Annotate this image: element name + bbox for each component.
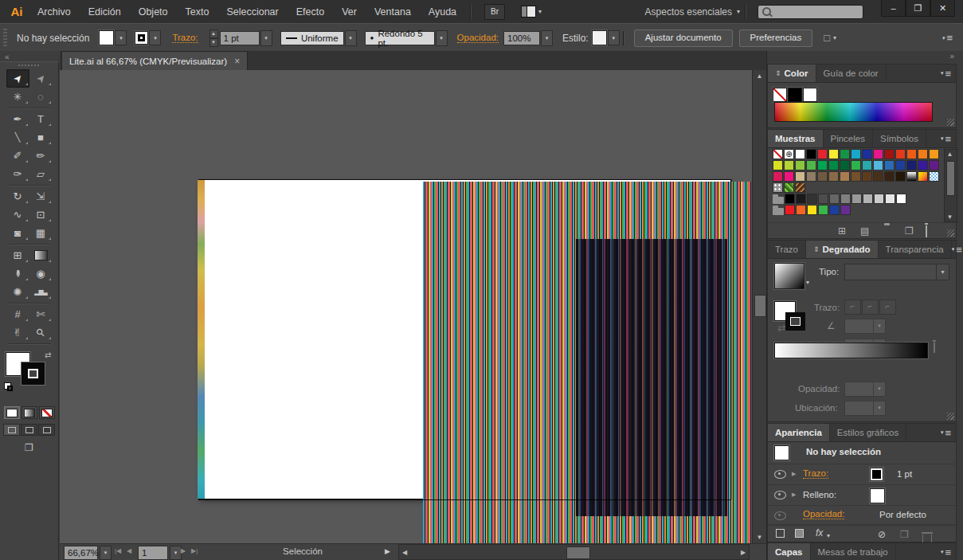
stroke-gradient-across-icon[interactable]: ⌐ (879, 300, 896, 315)
swatch[interactable] (840, 160, 850, 170)
swatch[interactable] (929, 160, 939, 170)
gradient-thumbnail[interactable] (774, 263, 804, 289)
swatch[interactable] (785, 205, 795, 215)
swatch[interactable] (829, 194, 840, 204)
symbol-sprayer-tool[interactable]: ✺ (6, 283, 29, 301)
toolbar-collapse-icon[interactable]: « (5, 53, 10, 61)
swatch[interactable] (874, 194, 884, 204)
swatch[interactable] (851, 149, 861, 159)
opacity-field[interactable]: 100% (503, 31, 540, 45)
status-menu-icon[interactable]: ▶ (385, 547, 390, 555)
appearance-stroke-link[interactable]: Trazo: (803, 468, 828, 479)
expand-triangle-icon[interactable]: ▶ (792, 471, 796, 477)
menu-ventana[interactable]: Ventana (366, 6, 420, 18)
stroke-swatch[interactable] (870, 468, 883, 481)
style-dropdown[interactable]: ▾ (608, 30, 620, 45)
document-tab-close-icon[interactable]: × (234, 56, 240, 67)
maximize-button[interactable]: ❐ (906, 0, 930, 17)
next-artboard-button[interactable]: ▶ (181, 547, 186, 554)
swatch[interactable] (884, 149, 894, 159)
tab-color[interactable]: ⇕ Color (768, 65, 816, 82)
stroke-weight-stepper[interactable]: ▲ ▼ (209, 29, 218, 47)
swatch[interactable] (818, 194, 828, 204)
lasso-tool[interactable]: ◌ (29, 88, 53, 106)
gradient-panel-menu-icon[interactable]: ▾ ≡ (952, 241, 963, 258)
swatch-pattern[interactable] (795, 182, 805, 193)
swatch[interactable] (773, 160, 783, 170)
arrange-documents-icon[interactable]: ▾ (521, 6, 542, 18)
swatch[interactable] (773, 171, 783, 182)
swatch[interactable] (817, 160, 828, 170)
swatch-none[interactable] (773, 149, 783, 159)
delete-swatch-icon[interactable] (926, 225, 927, 237)
visibility-eye-icon[interactable] (774, 511, 786, 520)
appearance-fill-row[interactable]: ▶ Relleno: (768, 485, 956, 506)
width-profile-dropdown[interactable]: ▾ (345, 30, 357, 46)
color-panel-menu-icon[interactable]: ▾ ≡ (941, 65, 956, 82)
zoom-tool[interactable]: ⚲ (29, 323, 53, 342)
menu-archivo[interactable]: Archivo (29, 6, 80, 18)
reverse-gradient-icon[interactable]: ⇄ (777, 322, 786, 334)
swatch[interactable] (873, 171, 883, 182)
swatch-pattern[interactable] (784, 182, 794, 193)
draw-normal-button[interactable] (3, 424, 20, 436)
swatch-gradient[interactable] (918, 171, 928, 182)
swatch[interactable] (817, 171, 828, 182)
swatch[interactable] (895, 149, 906, 159)
menu-edicion[interactable]: Edición (80, 6, 130, 18)
select-similar-dropdown[interactable]: ▾ (833, 34, 836, 41)
swatch[interactable] (906, 160, 917, 170)
color-group-folder-icon[interactable] (773, 197, 784, 204)
select-similar-icon[interactable]: □ (824, 32, 830, 44)
stroke-color-swatch[interactable] (135, 31, 148, 45)
gradient-slider[interactable] (774, 343, 928, 358)
swatch[interactable] (796, 194, 806, 204)
fit-document-button[interactable]: Ajustar documento (634, 29, 733, 47)
visibility-eye-icon[interactable] (774, 491, 786, 499)
swatch[interactable] (896, 194, 906, 204)
slice-tool[interactable]: ✄ (29, 305, 53, 323)
stroke-gradient-within-icon[interactable]: ⌐ (844, 300, 861, 315)
new-stroke-icon[interactable] (776, 529, 785, 538)
blend-tool[interactable]: ◉ (29, 264, 53, 283)
swatch[interactable] (918, 160, 928, 170)
vertical-scrollbar[interactable]: ▲ ▼ (752, 70, 766, 543)
swatch[interactable] (906, 149, 917, 159)
appearance-opacity-link[interactable]: Opacidad: (803, 509, 844, 519)
artboard-tool[interactable]: # (6, 305, 29, 323)
menu-ver[interactable]: Ver (333, 6, 366, 18)
workspace-switcher[interactable]: Aspectos esenciales ▾ (645, 6, 740, 18)
swatch[interactable] (863, 194, 873, 204)
scroll-right-icon[interactable]: ▶ (738, 546, 749, 558)
swatch-options-icon[interactable]: ▤ (860, 225, 869, 237)
canvas[interactable]: ▲ ▼ (60, 70, 766, 543)
fill-swatch[interactable] (870, 488, 885, 503)
previous-artboard-button[interactable]: ◀ (127, 547, 131, 554)
last-artboard-button[interactable]: ▶| (191, 547, 198, 554)
layers-panel-menu-icon[interactable]: ▾ ≡ (941, 543, 956, 560)
brush-definition-combo[interactable]: ● Redondo 5 pt. (365, 31, 435, 45)
swatch[interactable] (795, 171, 805, 182)
swatch[interactable] (829, 205, 840, 215)
draw-behind-button[interactable] (21, 424, 37, 436)
pen-tool[interactable]: ✒ (6, 110, 29, 128)
swatch[interactable] (807, 205, 817, 215)
expand-triangle-icon[interactable]: ▶ (792, 491, 796, 498)
artboard-navigation-dropdown[interactable]: ▾ (170, 546, 182, 560)
gradient-mode-button[interactable] (22, 406, 37, 419)
rotate-tool[interactable]: ↻ (6, 187, 29, 206)
color-spectrum-bar[interactable] (774, 102, 933, 122)
add-effect-dropdown[interactable]: ▾ (827, 532, 830, 539)
swatch-pattern[interactable] (929, 171, 939, 182)
tab-swatches[interactable]: Muestras (768, 130, 824, 147)
tab-color-guide[interactable]: Guía de color (816, 65, 887, 82)
color-white-swatch[interactable] (803, 88, 817, 102)
panel-grip[interactable] (3, 29, 7, 48)
swap-fill-stroke-icon[interactable]: ⇄ (45, 350, 51, 359)
swatch[interactable] (806, 160, 816, 170)
none-mode-button[interactable] (39, 406, 55, 419)
swatch[interactable] (895, 171, 906, 182)
vertical-scrollbar-thumb[interactable] (754, 295, 766, 317)
paintbrush-tool[interactable]: ✐ (6, 147, 29, 165)
scroll-down-icon[interactable]: ▼ (753, 531, 766, 543)
